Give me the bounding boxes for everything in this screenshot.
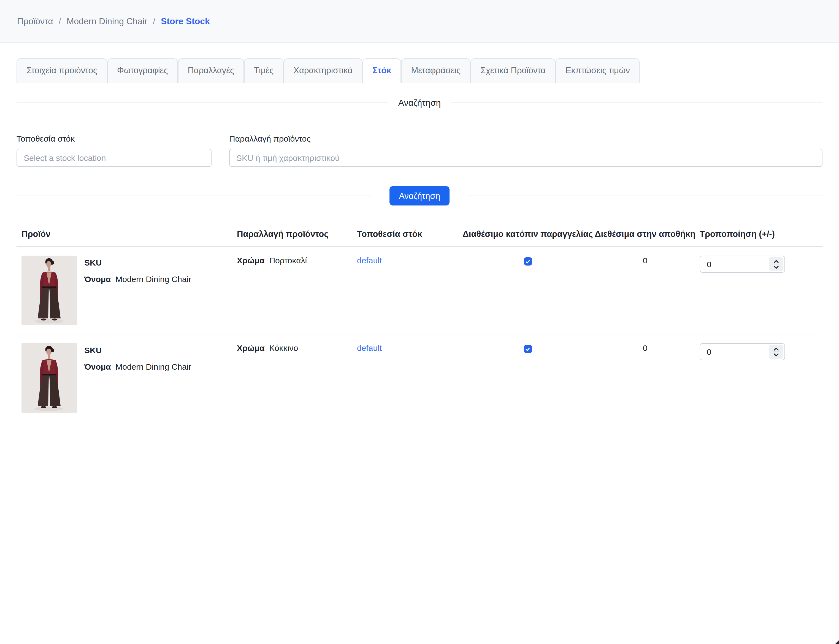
search-section-title: Αναζήτηση bbox=[398, 98, 441, 108]
breadcrumb-separator: / bbox=[153, 16, 155, 26]
breadcrumb-bar: Προϊόντα / Modern Dining Chair / Store S… bbox=[0, 0, 839, 43]
search-filters: Τοποθεσία στόκ Παραλλαγή προϊόντος bbox=[16, 134, 823, 167]
stepper-down-icon[interactable] bbox=[773, 352, 779, 358]
stepper-up-icon[interactable] bbox=[773, 258, 779, 264]
product-image bbox=[21, 343, 77, 412]
table-row: SKU Όνομα Modern Dining Chair Χρώμα Πορτ… bbox=[16, 247, 823, 334]
divider-line bbox=[16, 102, 388, 103]
tab-related-products[interactable]: Σχετικά Προϊόντα bbox=[470, 58, 556, 82]
product-tabs: Στοιχεία προιόντος Φωτογραφίες Παραλλαγέ… bbox=[16, 58, 823, 83]
modify-cell bbox=[696, 247, 823, 281]
stock-table-header: Προϊόν Παραλλαγή προϊόντος Τοποθεσία στό… bbox=[16, 222, 823, 247]
stock-location-link[interactable]: default bbox=[357, 256, 382, 265]
stock-location-field: Τοποθεσία στόκ bbox=[16, 134, 212, 167]
results-top-divider bbox=[16, 219, 823, 219]
tab-stock[interactable]: Στόκ bbox=[363, 58, 401, 83]
tab-prices[interactable]: Τιμές bbox=[244, 58, 283, 82]
tab-photos[interactable]: Φωτογραφίες bbox=[107, 58, 178, 82]
breadcrumb-products[interactable]: Προϊόντα bbox=[17, 16, 53, 26]
breadcrumb: Προϊόντα / Modern Dining Chair / Store S… bbox=[17, 16, 210, 26]
resize-corner-icon bbox=[835, 640, 839, 644]
backorder-cell bbox=[461, 247, 594, 274]
product-sku-line: SKU bbox=[84, 345, 191, 355]
divider-line bbox=[16, 196, 372, 196]
stock-location-cell: default bbox=[357, 247, 461, 274]
tab-variations[interactable]: Παραλλαγές bbox=[178, 58, 244, 82]
stepper-controls bbox=[769, 345, 783, 359]
tab-attributes[interactable]: Χαρακτηριστικά bbox=[283, 58, 363, 82]
in-stock-cell: 0 bbox=[594, 247, 696, 274]
breadcrumb-current-store-stock: Store Stock bbox=[161, 16, 210, 26]
product-cell: SKU Όνομα Modern Dining Chair bbox=[16, 247, 237, 334]
tab-price-discounts[interactable]: Εκπτώσεις τιμών bbox=[556, 58, 640, 82]
column-product: Προϊόν bbox=[16, 222, 237, 246]
column-stock-location: Τοποθεσία στόκ bbox=[357, 222, 461, 246]
quantity-stepper[interactable] bbox=[699, 256, 785, 273]
backorder-checkbox[interactable] bbox=[524, 257, 532, 266]
quantity-input[interactable] bbox=[700, 260, 769, 269]
stock-location-cell: default bbox=[357, 334, 461, 361]
product-name-line: Όνομα Modern Dining Chair bbox=[84, 274, 191, 284]
variation-cell: Χρώμα Πορτοκαλί bbox=[237, 247, 357, 274]
table-row: SKU Όνομα Modern Dining Chair Χρώμα Κόκκ… bbox=[16, 334, 823, 421]
backorder-checkbox[interactable] bbox=[524, 345, 532, 353]
stock-location-link[interactable]: default bbox=[357, 343, 382, 353]
breadcrumb-separator: / bbox=[59, 16, 61, 26]
product-info: SKU Όνομα Modern Dining Chair bbox=[84, 343, 191, 412]
divider-line bbox=[467, 196, 823, 196]
product-name-line: Όνομα Modern Dining Chair bbox=[84, 362, 191, 371]
variation-cell: Χρώμα Κόκκινο bbox=[237, 334, 357, 361]
product-variation-label: Παραλλαγή προϊόντος bbox=[229, 134, 823, 143]
in-stock-cell: 0 bbox=[594, 334, 696, 361]
tab-translations[interactable]: Μεταφράσεις bbox=[401, 58, 470, 82]
search-section-divider: Αναζήτηση bbox=[16, 98, 823, 108]
column-product-variation: Παραλλαγή προϊόντος bbox=[237, 222, 357, 246]
stepper-controls bbox=[769, 257, 783, 271]
breadcrumb-product-name[interactable]: Modern Dining Chair bbox=[67, 16, 147, 26]
search-actions: Αναζήτηση bbox=[16, 186, 823, 205]
page: Προϊόντα / Modern Dining Chair / Store S… bbox=[0, 0, 839, 644]
product-variation-input[interactable] bbox=[229, 148, 823, 167]
quantity-stepper[interactable] bbox=[699, 343, 785, 360]
column-modification: Τροποποίηση (+/-) bbox=[696, 222, 823, 246]
stock-location-label: Τοποθεσία στόκ bbox=[16, 134, 212, 143]
backorder-cell bbox=[461, 334, 594, 362]
product-cell: SKU Όνομα Modern Dining Chair bbox=[16, 334, 237, 421]
stepper-down-icon[interactable] bbox=[773, 264, 779, 270]
stepper-up-icon[interactable] bbox=[773, 346, 779, 352]
search-button[interactable]: Αναζήτηση bbox=[389, 186, 450, 205]
stock-location-input[interactable] bbox=[16, 148, 212, 167]
product-sku-line: SKU bbox=[84, 258, 191, 267]
product-variation-field: Παραλλαγή προϊόντος bbox=[229, 134, 823, 167]
column-available-on-backorder: Διαθέσιμο κατόπιν παραγγελίας bbox=[461, 222, 594, 246]
product-info: SKU Όνομα Modern Dining Chair bbox=[84, 256, 191, 325]
column-available-in-warehouse: Διεθέσιμα στην αποθήκη bbox=[594, 222, 696, 246]
modify-cell bbox=[696, 334, 823, 369]
divider-line bbox=[451, 102, 823, 103]
quantity-input[interactable] bbox=[700, 347, 769, 356]
tab-product-details[interactable]: Στοιχεία προιόντος bbox=[16, 58, 107, 82]
product-image bbox=[21, 256, 77, 325]
